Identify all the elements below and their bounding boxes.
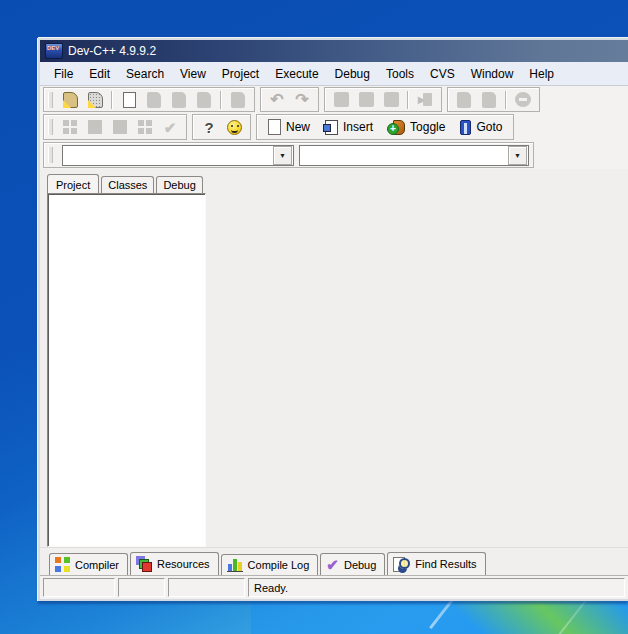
specials-button-3[interactable] bbox=[108, 117, 132, 137]
compile-disabled-icon bbox=[334, 92, 349, 107]
tab-debug[interactable]: Debug bbox=[156, 176, 202, 193]
close-file-disabled-icon bbox=[197, 92, 211, 108]
layered-squares-icon bbox=[136, 556, 152, 572]
tab-compile-log[interactable]: Compile Log bbox=[221, 554, 319, 575]
rebuild-button[interactable]: ▶ bbox=[413, 90, 437, 110]
save-button[interactable] bbox=[142, 90, 166, 110]
mini-page-icon bbox=[423, 93, 432, 106]
toolbar-grip[interactable] bbox=[48, 119, 53, 135]
desktop-background: Dev-C++ 4.9.9.2 File Edit Search View Pr… bbox=[0, 0, 628, 634]
tab-debug-bottom[interactable]: ✔ Debug bbox=[320, 553, 385, 575]
tab-resources[interactable]: Resources bbox=[130, 552, 219, 575]
toolbar-grip[interactable] bbox=[48, 147, 53, 163]
profile-disabled-icon bbox=[482, 92, 496, 108]
menu-view[interactable]: View bbox=[172, 64, 214, 84]
debug-disabled-icon bbox=[457, 92, 471, 108]
menu-file[interactable]: File bbox=[46, 64, 81, 84]
toolbar-band-debug bbox=[447, 87, 540, 112]
specials-button-1[interactable] bbox=[58, 117, 82, 137]
help-button[interactable]: ? bbox=[197, 117, 221, 137]
left-panel-tabs: Project Classes Debug bbox=[47, 172, 208, 193]
debug-button[interactable] bbox=[452, 90, 476, 110]
abort-button[interactable] bbox=[511, 90, 535, 110]
tab-project[interactable]: Project bbox=[47, 174, 99, 193]
members-combo[interactable]: ▼ bbox=[299, 145, 529, 166]
tab-compiler[interactable]: Compiler bbox=[49, 553, 128, 575]
combo-dropdown-button[interactable]: ▼ bbox=[273, 146, 292, 165]
new-project-button[interactable] bbox=[58, 90, 82, 110]
chevron-down-icon: ▼ bbox=[514, 152, 521, 159]
menu-tools[interactable]: Tools bbox=[378, 64, 422, 84]
tab-find-results[interactable]: Find Results bbox=[387, 552, 485, 575]
toolbar-band-help: ? bbox=[192, 114, 251, 140]
circle-minus-icon bbox=[515, 92, 531, 107]
combo-toolbar: ▼ ▼ bbox=[40, 141, 628, 169]
compile-button[interactable] bbox=[329, 90, 353, 110]
blank-page-icon bbox=[268, 119, 281, 135]
menu-debug[interactable]: Debug bbox=[327, 64, 378, 84]
combo-dropdown-button[interactable]: ▼ bbox=[508, 146, 527, 165]
editor-area[interactable] bbox=[208, 169, 628, 547]
close-button[interactable] bbox=[192, 90, 216, 110]
toggle-bookmark-button[interactable]: Toggle bbox=[381, 116, 452, 138]
run-disabled-icon bbox=[359, 92, 374, 107]
bar-chart-icon bbox=[227, 558, 243, 572]
goto-bookmark-button[interactable]: Goto bbox=[453, 116, 509, 138]
toggle-label: Toggle bbox=[410, 120, 445, 134]
run-button[interactable] bbox=[354, 90, 378, 110]
menu-search[interactable]: Search bbox=[118, 64, 172, 84]
specials-button-4[interactable] bbox=[133, 117, 157, 137]
smiley-face-icon bbox=[227, 120, 242, 135]
toolbar-separator bbox=[407, 91, 409, 109]
compiler-combo[interactable]: ▼ bbox=[62, 145, 294, 166]
menu-help[interactable]: Help bbox=[521, 64, 562, 84]
print-button[interactable] bbox=[226, 90, 250, 110]
toolbar-separator bbox=[111, 91, 113, 109]
save-all-button[interactable] bbox=[167, 90, 191, 110]
book-plus-icon bbox=[393, 120, 405, 135]
tab-find-results-label: Find Results bbox=[415, 558, 476, 570]
menu-window[interactable]: Window bbox=[463, 64, 522, 84]
purple-check-icon: ✔ bbox=[326, 557, 339, 572]
new-source-button[interactable] bbox=[117, 90, 141, 110]
menu-edit[interactable]: Edit bbox=[81, 64, 118, 84]
print-disabled-icon bbox=[231, 92, 245, 108]
redo-button[interactable]: ↷ bbox=[290, 90, 314, 110]
menu-cvs[interactable]: CVS bbox=[422, 64, 463, 84]
insert-page-icon bbox=[325, 120, 338, 135]
toolbar-band-classes: New Insert Toggle Goto bbox=[256, 114, 514, 140]
chevron-down-icon: ▼ bbox=[279, 152, 286, 159]
question-mark-icon: ? bbox=[204, 120, 213, 135]
specials-button-2[interactable] bbox=[83, 117, 107, 137]
blue-bookmark-icon bbox=[460, 120, 471, 135]
undo-arrow-icon: ↶ bbox=[270, 92, 283, 108]
profile-button[interactable] bbox=[477, 90, 501, 110]
goto-label: Goto bbox=[476, 120, 502, 134]
tab-classes[interactable]: Classes bbox=[101, 176, 154, 193]
statusbar: Ready. bbox=[40, 576, 628, 599]
project-tree-panel[interactable] bbox=[47, 193, 206, 547]
menu-execute[interactable]: Execute bbox=[267, 64, 326, 84]
compile-run-button[interactable] bbox=[379, 90, 403, 110]
specials-button-5[interactable]: ✔ bbox=[158, 117, 182, 137]
new-class-label: New bbox=[286, 120, 310, 134]
toolbar-separator bbox=[220, 91, 222, 109]
about-button[interactable] bbox=[222, 117, 246, 137]
open-button[interactable] bbox=[83, 90, 107, 110]
dev-cpp-logo-icon[interactable] bbox=[45, 43, 63, 59]
tab-compiler-label: Compiler bbox=[75, 559, 119, 571]
menu-project[interactable]: Project bbox=[214, 64, 267, 84]
blank-page-icon bbox=[123, 92, 136, 108]
toolbar-grip[interactable] bbox=[48, 92, 53, 108]
folded-document-icon bbox=[63, 92, 78, 108]
new-class-button[interactable]: New bbox=[261, 116, 317, 138]
toolbar-band-edit: ↶ ↷ bbox=[260, 87, 319, 112]
status-message: Ready. bbox=[248, 578, 625, 597]
report-tabs: Compiler Resources Compile Log ✔ Debug F… bbox=[40, 547, 628, 576]
tab-compile-log-label: Compile Log bbox=[248, 559, 310, 571]
filled-square-icon bbox=[113, 120, 127, 134]
folded-grid-document-icon bbox=[88, 92, 103, 108]
insert-button[interactable]: Insert bbox=[318, 116, 380, 138]
undo-button[interactable]: ↶ bbox=[265, 90, 289, 110]
titlebar[interactable]: Dev-C++ 4.9.9.2 bbox=[40, 40, 628, 62]
